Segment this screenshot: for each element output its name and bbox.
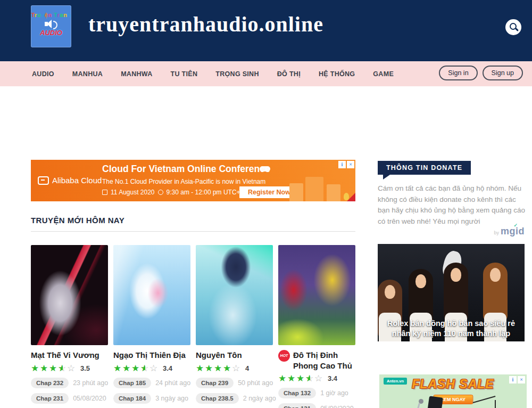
rating-value: 3.4 xyxy=(328,374,337,382)
chapter-row: Chap 23105/08/2020 xyxy=(31,393,108,404)
chapter-time: 3 ngày ago xyxy=(155,395,188,402)
search-button[interactable] xyxy=(505,19,521,35)
comic-title[interactable]: HOTĐô Thị Đỉnh Phong Cao Thủ xyxy=(278,350,355,371)
star-icon: ★ xyxy=(122,364,131,373)
star-icon: ☆★ xyxy=(140,364,149,373)
chapter-button[interactable]: Chap 231 xyxy=(31,393,69,404)
mgid-by-label: by xyxy=(494,230,499,235)
comic-cover[interactable] xyxy=(31,245,108,345)
comic-grid: Mạt Thế Vi Vương★★★☆★☆3.5Chap 23223 phút… xyxy=(31,245,356,408)
mgid-check-icon: ✓ xyxy=(513,223,518,228)
comic-title[interactable]: Ngạo Thị Thiên Địa xyxy=(113,350,190,361)
building-decoration xyxy=(327,184,340,201)
rating-value: 3.4 xyxy=(163,364,172,372)
rolex-native-ad[interactable]: Rolex bán đồng hồ bản sao siêu rẻ nhân k… xyxy=(378,244,525,341)
section-title: TRUYỆN MỚI HÔM NAY xyxy=(31,216,124,225)
ad-close-icon[interactable]: × xyxy=(518,376,525,383)
antenna-decoration xyxy=(473,396,496,403)
nav-item-đô-thị[interactable]: ĐÔ THỊ xyxy=(277,70,301,78)
adchoices: i × xyxy=(509,376,525,383)
nav-item-hệ-thống[interactable]: HỆ THỐNG xyxy=(319,70,355,78)
nav-item-manhua[interactable]: MANHUA xyxy=(72,70,103,78)
ad-brand-label: Alibaba Cloud xyxy=(52,176,102,185)
chapter-row: Chap 1321 giờ ago xyxy=(278,388,355,398)
chapter-button[interactable]: Chap 185 xyxy=(113,378,151,388)
comic-card: Ngạo Thị Thiên Địa★★★☆★☆3.4Chap 18524 ph… xyxy=(113,245,190,408)
star-icon: ★ xyxy=(196,364,205,373)
alibaba-ad-banner[interactable]: Alibaba Cloud Cloud For Vietnam Online C… xyxy=(31,160,355,201)
building-decoration xyxy=(289,183,303,201)
star-icon: ★ xyxy=(205,364,214,373)
star-icon: ☆ xyxy=(232,364,241,373)
calendar-icon xyxy=(102,190,107,195)
chapter-time: 24 phút ago xyxy=(155,379,190,387)
star-icon: ★ xyxy=(214,364,223,373)
chapter-time: 1 giờ ago xyxy=(320,389,348,397)
logo-audio-text: AUDIO xyxy=(31,29,71,37)
comic-cover[interactable] xyxy=(278,245,355,345)
star-icon: ★ xyxy=(113,364,122,373)
nav-item-game[interactable]: GAME xyxy=(373,70,394,78)
comic-title-text: Nguyên Tôn xyxy=(196,350,242,361)
adchoices-info-icon[interactable]: i xyxy=(509,376,517,383)
star-icon: ★ xyxy=(287,374,296,383)
chapter-button[interactable]: Chap 184 xyxy=(113,393,151,404)
comic-card: Nguyên Tôn★★★★☆4Chap 23950 phút agoChap … xyxy=(196,245,273,408)
main-nav: AUDIOMANHUAMANHWATU TIÊNTRỌNG SINHĐÔ THỊ… xyxy=(0,61,532,86)
site-header: Truyện Tranh AUDIO truyentranhaudio.onli… xyxy=(0,0,532,61)
nav-item-manhwa[interactable]: MANHWA xyxy=(121,70,152,78)
ad-close-icon[interactable]: × xyxy=(347,161,354,168)
hot-badge: HOT xyxy=(278,350,290,362)
mgid-attribution[interactable]: bymgid ✓ xyxy=(378,226,525,237)
adchoices-info-icon[interactable]: i xyxy=(338,161,346,168)
page: Truyện Tranh AUDIO truyentranhaudio.onli… xyxy=(0,0,532,408)
comic-title[interactable]: Mạt Thế Vi Vương xyxy=(31,350,108,361)
ad-meta: 11 August 2020 9:30 am - 12:00 pm UTC+07… xyxy=(102,189,256,196)
adchoices: i × xyxy=(338,161,354,168)
phone-decoration xyxy=(427,396,443,408)
auth-buttons: Sign in Sign up xyxy=(439,66,523,80)
chapter-button[interactable]: Chap 239 xyxy=(196,378,234,388)
clock-icon xyxy=(158,190,163,195)
flash-sale-ad[interactable]: Anten.vn FLASH SALE XEM NGAY i × xyxy=(379,374,527,408)
site-title[interactable]: truyentranhaudio.online xyxy=(88,12,323,37)
star-icon: ☆★ xyxy=(305,374,314,383)
chapter-button[interactable]: Chap 132 xyxy=(278,388,316,398)
star-icon: ★ xyxy=(131,364,140,373)
nav-item-tu-tiên[interactable]: TU TIÊN xyxy=(171,70,198,78)
sign-in-button[interactable]: Sign in xyxy=(439,66,477,80)
comic-cover[interactable] xyxy=(113,245,190,345)
rating-stars: ★★★★☆4 xyxy=(196,364,273,373)
site-logo[interactable]: Truyện Tranh AUDIO xyxy=(31,5,71,47)
chapter-time: 50 phút ago xyxy=(238,379,273,387)
flash-ad-title: FLASH SALE xyxy=(379,377,527,391)
comic-title[interactable]: Nguyên Tôn xyxy=(196,350,273,361)
comic-cover[interactable] xyxy=(196,245,273,345)
chapter-row: Chap 23223 phút ago xyxy=(31,378,108,388)
native-ad-caption: Rolex bán đồng hồ bản sao siêu rẻ nhân k… xyxy=(378,319,525,339)
section-divider xyxy=(31,231,355,232)
nav-item-trọng-sinh[interactable]: TRỌNG SINH xyxy=(215,70,259,78)
chapter-row: Chap 13105/08/2020 xyxy=(278,403,355,408)
ad-date: 11 August 2020 xyxy=(111,189,155,196)
ad-title: Cloud For Vietnam Online Conference xyxy=(102,164,270,175)
star-icon: ★ xyxy=(223,364,232,373)
star-icon: ☆ xyxy=(67,364,76,373)
star-icon: ★ xyxy=(31,364,40,373)
rating-value: 4 xyxy=(245,364,249,372)
nav-menu: AUDIOMANHUAMANHWATU TIÊNTRỌNG SINHĐÔ THỊ… xyxy=(32,61,394,86)
sign-up-button[interactable]: Sign up xyxy=(483,66,523,80)
chapter-button[interactable]: Chap 232 xyxy=(31,378,69,388)
chapter-button[interactable]: Chap 131 xyxy=(278,403,316,408)
nav-item-audio[interactable]: AUDIO xyxy=(32,70,54,78)
chapter-button[interactable]: Chap 238.5 xyxy=(196,393,239,404)
speaker-icon xyxy=(44,20,58,28)
chapter-time: 2 ngày ago xyxy=(243,395,276,402)
logo-title-text: Truyện Tranh xyxy=(31,12,71,18)
comic-card: Mạt Thế Vi Vương★★★☆★☆3.5Chap 23223 phút… xyxy=(31,245,108,408)
rating-stars: ★★★☆★☆3.5 xyxy=(31,364,108,373)
ad-brand: Alibaba Cloud xyxy=(38,176,102,185)
rating-value: 3.5 xyxy=(80,364,90,372)
star-icon: ★ xyxy=(296,374,305,383)
star-icon: ★ xyxy=(49,364,58,373)
